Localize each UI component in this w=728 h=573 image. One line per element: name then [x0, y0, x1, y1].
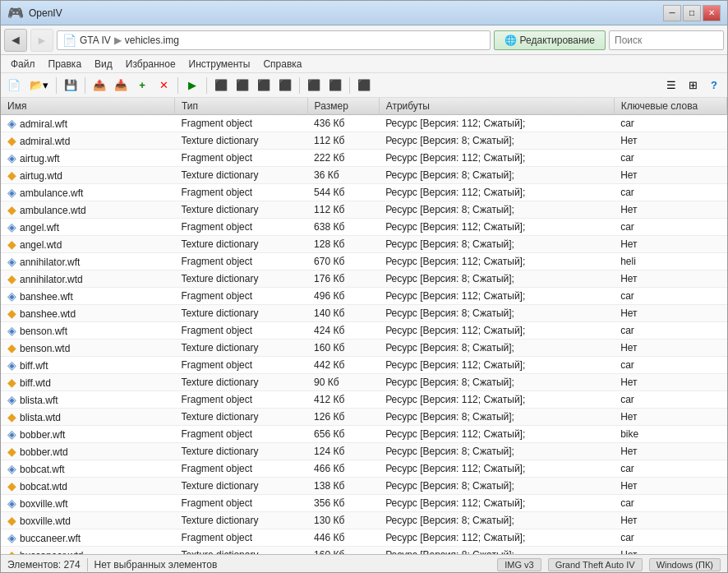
table-row[interactable]: ◈boxville.wft Fragment object 356 Кб Рес…	[1, 495, 727, 512]
tool-view-list[interactable]: ☰	[661, 76, 681, 95]
table-row[interactable]: ◈benson.wft Fragment object 424 Кб Ресур…	[1, 322, 727, 340]
cell-size: 670 Кб	[307, 253, 379, 270]
cell-keywords: car	[614, 357, 726, 374]
table-row[interactable]: ◈bobcat.wft Fragment object 466 Кб Ресур…	[1, 460, 727, 478]
table-row[interactable]: ◈annihilator.wft Fragment object 670 Кб …	[1, 253, 727, 270]
cell-name: ◆admiral.wtd	[1, 132, 174, 150]
tool-save[interactable]: 💾	[61, 76, 81, 95]
cell-name: ◈blista.wft	[1, 391, 174, 409]
col-size[interactable]: Размер	[307, 98, 379, 115]
tool-5[interactable]: ⬛	[304, 76, 324, 95]
forward-button[interactable]: ►	[30, 29, 53, 52]
maximize-button[interactable]: □	[683, 5, 701, 21]
table-row[interactable]: ◈buccaneer.wft Fragment object 446 Кб Ре…	[1, 529, 727, 547]
tool-1[interactable]: ⬛	[211, 76, 231, 95]
table-row[interactable]: ◈angel.wft Fragment object 638 Кб Ресурс…	[1, 219, 727, 236]
menu-bar: Файл Правка Вид Избранное Инструменты Сп…	[1, 55, 727, 73]
toolbar-sep-2	[85, 77, 85, 94]
table-row[interactable]: ◆admiral.wtd Texture dictionary 112 Кб Р…	[1, 132, 727, 150]
table-row[interactable]: ◈admiral.wft Fragment object 436 Кб Ресу…	[1, 115, 727, 132]
cell-name: ◆bobcat.wtd	[1, 478, 174, 495]
file-icon: ◈	[7, 427, 16, 441]
tool-6[interactable]: ⬛	[325, 76, 345, 95]
search-input[interactable]	[609, 30, 724, 50]
file-table-container[interactable]: Имя Тип Размер Атрибуты Ключевые слова ◈…	[1, 98, 727, 554]
table-row[interactable]: ◆buccaneer.wtd Texture dictionary 160 Кб…	[1, 547, 727, 555]
col-type[interactable]: Тип	[174, 98, 307, 115]
cell-keywords: bike	[614, 426, 726, 443]
table-row[interactable]: ◈airtug.wft Fragment object 222 Кб Ресур…	[1, 150, 727, 167]
title-bar: 🎮 OpenIV ─ □ ✕	[1, 1, 727, 25]
cell-name: ◆benson.wtd	[1, 340, 174, 357]
table-row[interactable]: ◆airtug.wtd Texture dictionary 36 Кб Рес…	[1, 167, 727, 184]
tool-run[interactable]: ▶	[182, 76, 202, 95]
tool-help[interactable]: ?	[704, 76, 724, 95]
minimize-button[interactable]: ─	[663, 5, 681, 21]
cell-name: ◆airtug.wtd	[1, 167, 174, 184]
cell-keywords: car	[614, 391, 726, 409]
cell-attrs: Ресурс [Версия: 8; Сжатый];	[379, 201, 614, 219]
tool-add[interactable]: +	[132, 76, 152, 95]
col-keywords[interactable]: Ключевые слова	[614, 98, 726, 115]
title-bar-title: 🎮 OpenIV	[7, 5, 62, 21]
edit-button[interactable]: 🌐 Редактирование	[494, 30, 606, 50]
table-row[interactable]: ◆boxville.wtd Texture dictionary 130 Кб …	[1, 512, 727, 529]
table-row[interactable]: ◆blista.wtd Texture dictionary 126 Кб Ре…	[1, 409, 727, 426]
menu-favorites[interactable]: Избранное	[119, 57, 182, 72]
col-attrs[interactable]: Атрибуты	[379, 98, 614, 115]
file-icon: ◆	[7, 514, 16, 527]
table-row[interactable]: ◈ambulance.wft Fragment object 544 Кб Ре…	[1, 184, 727, 201]
close-button[interactable]: ✕	[703, 5, 721, 21]
table-row[interactable]: ◆benson.wtd Texture dictionary 160 Кб Ре…	[1, 340, 727, 357]
cell-type: Fragment object	[174, 495, 307, 512]
tool-7[interactable]: ⬛	[354, 76, 374, 95]
menu-help[interactable]: Справка	[256, 57, 308, 72]
cell-size: 638 Кб	[307, 219, 379, 236]
table-row[interactable]: ◆annihilator.wtd Texture dictionary 176 …	[1, 270, 727, 288]
tool-extract[interactable]: 📤	[90, 76, 109, 95]
cell-name: ◆boxville.wtd	[1, 512, 174, 529]
cell-type: Fragment object	[174, 150, 307, 167]
cell-type: Fragment object	[174, 115, 307, 132]
file-icon: ◈	[7, 462, 16, 475]
tool-view-icons[interactable]: ⊞	[683, 76, 703, 95]
table-row[interactable]: ◈bobber.wft Fragment object 656 Кб Ресур…	[1, 426, 727, 443]
table-row[interactable]: ◈blista.wft Fragment object 412 Кб Ресур…	[1, 391, 727, 409]
table-row[interactable]: ◆banshee.wtd Texture dictionary 140 Кб Р…	[1, 305, 727, 322]
file-icon: ◆	[7, 479, 16, 492]
cell-keywords: car	[614, 529, 726, 547]
cell-name: ◈angel.wft	[1, 219, 174, 236]
tool-new[interactable]: 📄	[4, 76, 24, 95]
tool-open-dropdown[interactable]: 📂▾	[25, 76, 52, 95]
cell-type: Fragment object	[174, 253, 307, 270]
status-game: Grand Theft Auto IV	[548, 558, 643, 571]
tool-2[interactable]: ⬛	[233, 76, 252, 95]
menu-tools[interactable]: Инструменты	[182, 57, 257, 72]
cell-keywords: car	[614, 184, 726, 201]
table-row[interactable]: ◆biff.wtd Texture dictionary 90 Кб Ресур…	[1, 374, 727, 391]
cell-name: ◈bobber.wft	[1, 426, 174, 443]
cell-type: Texture dictionary	[174, 547, 307, 555]
table-row[interactable]: ◆bobcat.wtd Texture dictionary 138 Кб Ре…	[1, 478, 727, 495]
table-row[interactable]: ◆ambulance.wtd Texture dictionary 112 Кб…	[1, 201, 727, 219]
col-name[interactable]: Имя	[1, 98, 174, 115]
cell-attrs: Ресурс [Версия: 112; Сжатый];	[379, 426, 614, 443]
cell-keywords: Нет	[614, 270, 726, 288]
cell-attrs: Ресурс [Версия: 8; Сжатый];	[379, 443, 614, 460]
table-row[interactable]: ◆angel.wtd Texture dictionary 128 Кб Рес…	[1, 236, 727, 253]
breadcrumb[interactable]: 📄 GTA IV ▶ vehicles.img	[57, 30, 491, 50]
menu-view[interactable]: Вид	[88, 57, 119, 72]
table-row[interactable]: ◈banshee.wft Fragment object 496 Кб Ресу…	[1, 288, 727, 305]
tool-import[interactable]: 📥	[111, 76, 131, 95]
menu-edit[interactable]: Правка	[42, 57, 89, 72]
menu-file[interactable]: Файл	[4, 57, 42, 72]
back-button[interactable]: ◄	[4, 29, 27, 52]
tool-4[interactable]: ⬛	[275, 76, 295, 95]
table-row[interactable]: ◈biff.wft Fragment object 442 Кб Ресурс …	[1, 357, 727, 374]
tool-3[interactable]: ⬛	[254, 76, 274, 95]
table-row[interactable]: ◆bobber.wtd Texture dictionary 124 Кб Ре…	[1, 443, 727, 460]
cell-size: 160 Кб	[307, 547, 379, 555]
status-bar: Элементов: 274 Нет выбранных элементов I…	[1, 554, 727, 573]
file-icon: ◆	[7, 134, 16, 147]
tool-delete[interactable]: ✕	[154, 76, 173, 95]
